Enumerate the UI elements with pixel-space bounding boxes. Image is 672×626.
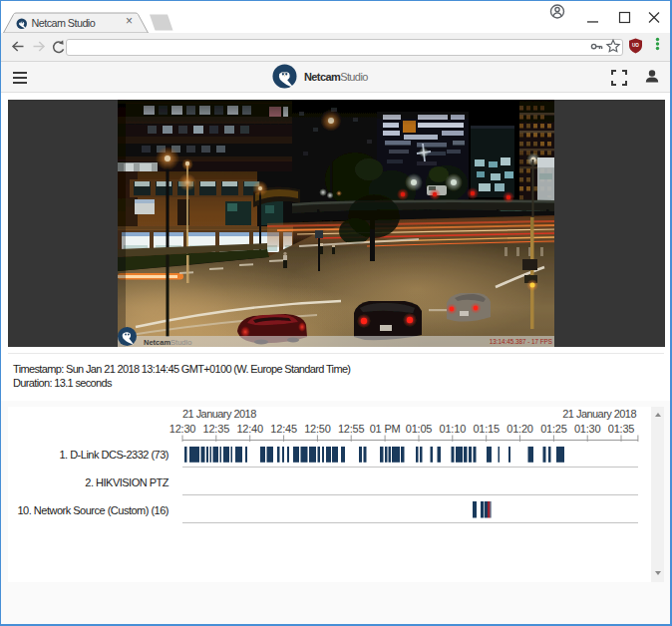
- svg-text:UO: UO: [632, 43, 639, 48]
- svg-text:13:14:45.387 - 17 FPS: 13:14:45.387 - 17 FPS: [490, 338, 552, 345]
- svg-text:NetcamStudio: NetcamStudio: [144, 338, 191, 347]
